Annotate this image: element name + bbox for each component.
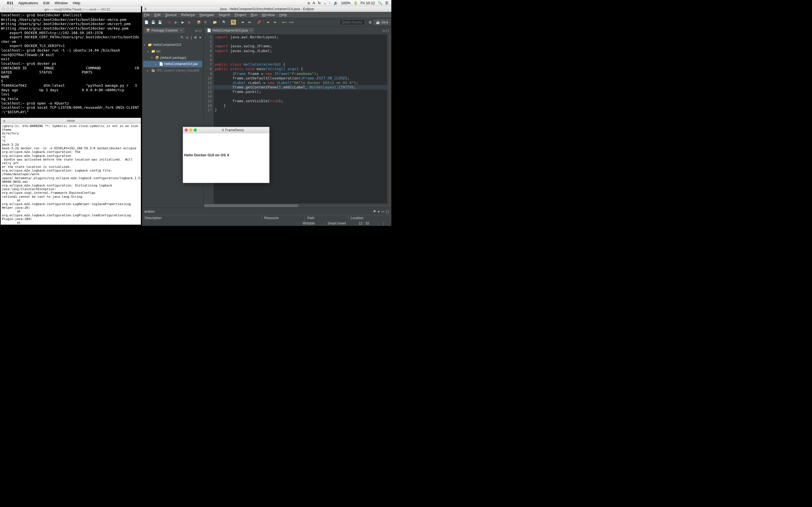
- default-package[interactable]: ▾📦(default package): [143, 55, 202, 61]
- minimize-icon[interactable]: ▭: [195, 29, 198, 33]
- close-icon[interactable]: ×: [181, 29, 183, 33]
- menu-applications[interactable]: Applications: [18, 1, 38, 5]
- open-perspective-icon[interactable]: ⊞: [368, 20, 373, 25]
- x11-icon: X: [3, 119, 5, 122]
- debug-icon[interactable]: 🐞: [167, 20, 172, 25]
- menu-window[interactable]: Window: [55, 1, 68, 5]
- coverage-icon[interactable]: ▶: [180, 20, 185, 25]
- menu-source[interactable]: Source: [165, 13, 176, 17]
- menu-help[interactable]: Help: [280, 13, 287, 17]
- saveall-icon[interactable]: 💾: [157, 20, 162, 25]
- pin-icon[interactable]: 📌: [256, 20, 261, 25]
- filter-icon[interactable]: ⚑: [373, 210, 376, 214]
- ext-tools-icon[interactable]: ▶: [187, 20, 192, 25]
- eclipse-menubar: File Edit Source Refactor Navigate Searc…: [142, 12, 391, 18]
- prev-annotation-icon[interactable]: ⬅: [266, 20, 271, 25]
- menu-navigate[interactable]: Navigate: [200, 13, 214, 17]
- x11-icon: X: [222, 128, 224, 132]
- col-location[interactable]: Location: [348, 215, 391, 221]
- clock[interactable]: Fri 10:12: [361, 1, 375, 5]
- wifi-icon[interactable]: ⧘: [329, 1, 331, 5]
- terminal-content[interactable]: localhost:~ gru$ boot2docker shellinit W…: [0, 12, 141, 115]
- maximize-icon[interactable]: ▢: [386, 29, 389, 33]
- eclipse-titlebar[interactable]: X Java - HelloContainerGUI/src/HelloCont…: [142, 6, 391, 12]
- terminal-title: gru — root@32f0ac73eaeb: / — socat — 65×…: [45, 7, 110, 11]
- terminal-titlebar[interactable]: gru — root@32f0ac73eaeb: / — socat — 65×…: [0, 6, 141, 12]
- menu-window[interactable]: Window: [262, 13, 275, 17]
- eclipse-window: X Java - HelloContainerGUI/src/HelloCont…: [142, 6, 391, 225]
- terminal-window: gru — root@32f0ac73eaeb: / — socat — 65×…: [0, 6, 141, 117]
- menu-help[interactable]: Help: [73, 1, 80, 5]
- package-tree: ▾📁HelloContainerGUI ▾📁src ▾📦(default pac…: [142, 41, 203, 75]
- status-menu-icon[interactable]: ⋮: [378, 221, 389, 226]
- nav-icon[interactable]: ➡: [247, 20, 252, 25]
- col-resource[interactable]: Resource: [262, 215, 305, 221]
- horizontal-scrollbar[interactable]: [204, 204, 391, 208]
- menu-dropdown-icon[interactable]: ▾: [199, 36, 201, 40]
- back-icon[interactable]: ⟸: [282, 20, 287, 25]
- zoom-button[interactable]: [194, 128, 197, 131]
- vertical-scrollbar[interactable]: [388, 34, 391, 204]
- view-menu-icon[interactable]: ⚙: [194, 36, 197, 40]
- notification-icon[interactable]: ☰: [385, 1, 389, 5]
- close-icon[interactable]: ×: [250, 29, 252, 33]
- col-path[interactable]: Path: [305, 215, 348, 221]
- col-description[interactable]: Description: [142, 215, 262, 221]
- menu-project[interactable]: Project: [235, 13, 246, 17]
- app-name[interactable]: X11: [7, 1, 13, 5]
- menu-refactor[interactable]: Refactor: [181, 13, 195, 17]
- new-package-icon[interactable]: 📦: [196, 20, 201, 25]
- minimize-icon[interactable]: ▭: [381, 210, 384, 214]
- next-annotation-icon[interactable]: ➡: [272, 20, 277, 25]
- jre-library[interactable]: ▸📚JRE System Library [JavaSE: [143, 67, 202, 74]
- timemachine-icon[interactable]: ↻: [318, 1, 321, 5]
- java-perspective[interactable]: ☕ Java: [374, 19, 390, 25]
- xterm-content[interactable]: (geary:1): Gtk-WARNING **: Symbolic icon…: [1, 124, 141, 224]
- save-icon[interactable]: 💾: [151, 20, 156, 25]
- project-node[interactable]: ▾📁HelloContainerGUI: [143, 42, 202, 48]
- battery-text: 100%: [341, 1, 350, 5]
- framedemo-titlebar[interactable]: XFrameDemo: [183, 127, 269, 133]
- run-icon[interactable]: ▶: [173, 20, 179, 25]
- menu-run[interactable]: Run: [251, 13, 257, 17]
- package-explorer-tab[interactable]: 📦 Package Explorer ×: [144, 27, 185, 33]
- new-icon[interactable]: 📄: [144, 20, 149, 25]
- status-writable: Writable: [299, 221, 318, 226]
- view-menu-icon[interactable]: ▾: [378, 210, 379, 214]
- menu-edit[interactable]: Edit: [154, 13, 160, 17]
- editor-tab[interactable]: 📄 HelloContainerGUI.java ×: [205, 27, 254, 33]
- battery-icon[interactable]: 🔋: [353, 1, 358, 5]
- toggle-mark-icon[interactable]: ✎: [231, 20, 236, 25]
- java-file[interactable]: ▸📄HelloContainerGUI.jav: [143, 61, 202, 67]
- minimize-icon[interactable]: ▭: [382, 29, 385, 33]
- minimize-button[interactable]: [189, 128, 192, 131]
- forward-icon[interactable]: ⟹: [289, 20, 294, 25]
- search-icon[interactable]: 🔍: [221, 20, 227, 25]
- src-folder[interactable]: ▾📁src: [143, 48, 202, 55]
- menu-search[interactable]: Search: [218, 13, 230, 17]
- traffic-lights[interactable]: [2, 7, 15, 11]
- adobe-icon[interactable]: A: [313, 1, 315, 5]
- dropbox-icon[interactable]: ⧈: [308, 1, 310, 5]
- problems-tab-partial[interactable]: aration: [144, 210, 155, 214]
- xterm-titlebar[interactable]: X xterm: [1, 118, 141, 124]
- volume-icon[interactable]: 🔊: [334, 1, 338, 5]
- resize-grip-icon[interactable]: ⋰: [266, 179, 269, 182]
- nav-icon[interactable]: ⬅: [240, 20, 245, 25]
- open-type-icon[interactable]: 📂: [212, 20, 217, 25]
- menu-file[interactable]: File: [144, 13, 150, 17]
- framedemo-content: Hello Docker GUI on OS X: [183, 133, 269, 158]
- maximize-icon[interactable]: ▢: [386, 210, 389, 214]
- xterm-window: X xterm (geary:1): Gtk-WARNING **: Symbo…: [1, 118, 141, 225]
- collapse-all-icon[interactable]: ⇱: [181, 36, 184, 40]
- framedemo-window: XFrameDemo Hello Docker GUI on OS X ⋰: [183, 127, 269, 183]
- quick-access-input[interactable]: [340, 19, 365, 25]
- spotlight-icon[interactable]: 🔍: [378, 1, 382, 5]
- maximize-icon[interactable]: ▢: [199, 29, 202, 33]
- bluetooth-icon[interactable]: ⌵: [324, 1, 326, 5]
- menu-edit[interactable]: Edit: [43, 1, 49, 5]
- link-editor-icon[interactable]: ⇆: [186, 36, 189, 40]
- status-insert: Smart Insert: [324, 221, 349, 226]
- close-button[interactable]: [185, 128, 188, 131]
- new-class-icon[interactable]: ©: [203, 20, 208, 25]
